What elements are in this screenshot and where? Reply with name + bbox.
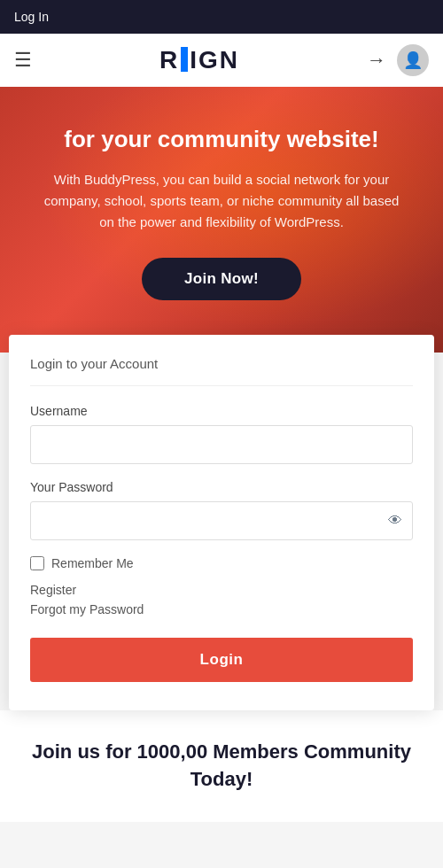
- login-card: Login to your Account Username Your Pass…: [9, 335, 434, 710]
- logo-bar-icon: [181, 47, 188, 72]
- password-wrapper: 👁: [30, 501, 413, 540]
- login-button[interactable]: Login: [30, 638, 413, 682]
- toggle-password-icon[interactable]: 👁: [388, 513, 402, 529]
- remember-me-checkbox[interactable]: [30, 556, 44, 570]
- logo-text-ign: IGN: [190, 46, 239, 74]
- register-link[interactable]: Register: [30, 583, 413, 597]
- avatar[interactable]: 👤: [397, 44, 429, 76]
- remember-me-label: Remember Me: [51, 556, 134, 570]
- avatar-icon: 👤: [403, 50, 423, 70]
- forgot-password-link[interactable]: Forgot my Password: [30, 602, 413, 616]
- bottom-section: Join us for 1000,00 Members Community To…: [0, 710, 443, 822]
- login-section-title: Login to your Account: [30, 356, 413, 386]
- username-label: Username: [30, 404, 413, 418]
- site-logo: R IGN: [159, 46, 239, 74]
- username-input[interactable]: [30, 425, 413, 464]
- password-label: Your Password: [30, 480, 413, 494]
- password-input[interactable]: [30, 501, 413, 540]
- hero-tagline: for your community website!: [64, 125, 378, 155]
- hamburger-icon[interactable]: ☰: [14, 50, 32, 70]
- topbar-login-label[interactable]: Log In: [14, 10, 49, 24]
- header-icons: → 👤: [367, 44, 429, 76]
- username-group: Username: [30, 404, 413, 464]
- top-bar: Log In: [0, 0, 443, 34]
- remember-row: Remember Me: [30, 556, 413, 570]
- login-icon[interactable]: →: [367, 49, 386, 72]
- password-group: Your Password 👁: [30, 480, 413, 540]
- join-now-button[interactable]: Join Now!: [142, 258, 301, 300]
- hero-section: for your community website! With BuddyPr…: [0, 87, 443, 353]
- header: ☰ R IGN → 👤: [0, 34, 443, 87]
- logo-text-r: R: [159, 46, 179, 74]
- hero-description: With BuddyPress, you can build a social …: [35, 169, 408, 233]
- bottom-title: Join us for 1000,00 Members Community To…: [21, 739, 422, 794]
